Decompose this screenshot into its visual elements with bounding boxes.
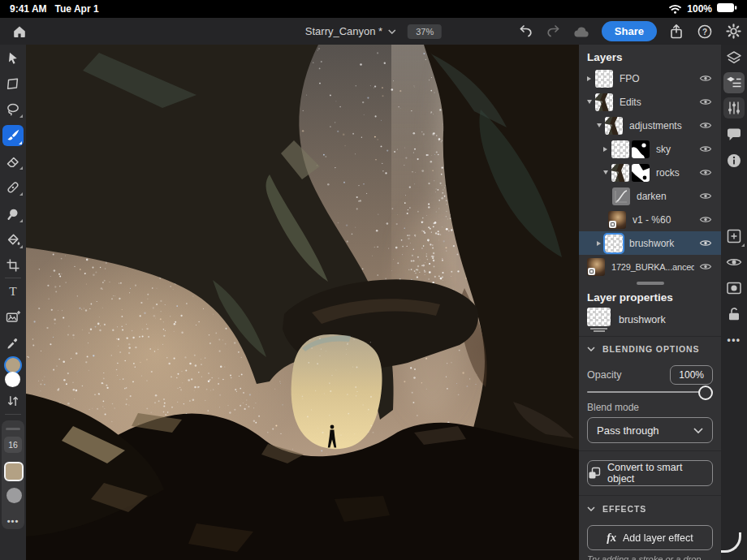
layer-thumbnail: [608, 211, 626, 229]
visibility-eye-icon[interactable]: [699, 144, 713, 153]
eraser-tool[interactable]: [0, 150, 26, 173]
opacity-slider[interactable]: [587, 386, 713, 398]
crop-tool[interactable]: [0, 254, 26, 277]
layers-panel-title: Layers: [587, 51, 713, 65]
undo-button[interactable]: [516, 23, 534, 41]
layer-visibility-button[interactable]: [723, 252, 745, 273]
visibility-eye-icon[interactable]: [699, 262, 713, 271]
layers-panel: Layers FPO Edits adjustments sky: [579, 45, 721, 560]
share-button[interactable]: Share: [602, 21, 657, 41]
eyedropper-tool[interactable]: [0, 332, 26, 355]
layer-row-fpo[interactable]: FPO: [579, 67, 721, 90]
drag-handle[interactable]: [6, 428, 20, 430]
brush-opacity-chip[interactable]: [6, 488, 22, 503]
disclosure-collapsed-icon[interactable]: [597, 241, 605, 246]
lasso-tool[interactable]: [0, 98, 26, 121]
smart-object-badge: [609, 221, 616, 228]
fill-tool[interactable]: [0, 229, 26, 252]
svg-text:?: ?: [702, 27, 707, 36]
blend-mode-select[interactable]: Pass through: [587, 417, 713, 443]
cloud-sync-icon: [573, 23, 591, 41]
selected-layer-summary: brushwork: [587, 308, 713, 332]
add-layer-button[interactable]: [723, 226, 745, 247]
layer-row-edits[interactable]: Edits: [579, 90, 721, 114]
panel-layers-button[interactable]: [723, 48, 745, 69]
selected-layer-thumbnail: [587, 308, 611, 326]
swap-colors-button[interactable]: [0, 390, 26, 412]
more-panel-options[interactable]: •••: [723, 330, 745, 351]
layer-row-rocks[interactable]: rocks: [579, 161, 721, 184]
background-color-chip[interactable]: [5, 372, 20, 387]
visibility-eye-icon[interactable]: [699, 121, 713, 130]
help-button[interactable]: ?: [696, 23, 714, 41]
lock-layer-button[interactable]: [723, 304, 745, 325]
status-bar: 9:41 AM Tue Apr 1 100%: [0, 0, 747, 18]
layer-row-sky[interactable]: sky: [579, 137, 721, 161]
canvas-artwork[interactable]: [26, 45, 579, 560]
visibility-eye-icon[interactable]: [699, 168, 713, 177]
home-button[interactable]: [6, 18, 32, 45]
layer-row-1729[interactable]: 1729_BURKA...anced-NR33: [579, 255, 721, 278]
disclosure-expanded-icon[interactable]: [597, 123, 605, 127]
brush-tool[interactable]: [2, 125, 24, 146]
battery-icon: [717, 3, 737, 15]
disclosure-expanded-icon[interactable]: [603, 170, 611, 174]
layer-properties-title: Layer properties: [587, 291, 713, 304]
layer-row-darken[interactable]: darken: [579, 184, 721, 208]
chevron-down-icon: [587, 506, 595, 511]
add-layer-effect-button[interactable]: fx Add layer effect: [587, 525, 713, 550]
visibility-eye-icon[interactable]: [699, 192, 713, 200]
comments-button[interactable]: [723, 124, 745, 145]
visibility-eye-icon[interactable]: [699, 239, 713, 248]
settings-button[interactable]: [724, 23, 742, 41]
layer-mask-thumbnail: [632, 164, 650, 182]
svg-text:T: T: [9, 284, 17, 298]
date: Tue Apr 1: [55, 3, 99, 15]
info-button[interactable]: [723, 150, 745, 171]
disclosure-expanded-icon[interactable]: [587, 100, 595, 104]
type-tool[interactable]: T: [0, 280, 26, 303]
layer-thumbnail: [611, 164, 629, 182]
opacity-label: Opacity: [587, 369, 621, 381]
place-photo-tool[interactable]: [0, 306, 26, 329]
healing-brush-tool[interactable]: [0, 176, 26, 199]
effects-hint-text: Try adding a stroke or a drop shadow.: [587, 554, 713, 560]
zoom-badge[interactable]: 37%: [408, 24, 442, 39]
more-tool-options[interactable]: •••: [2, 516, 24, 526]
layer-mask-thumbnail: [632, 140, 650, 158]
layer-row-brushwork-selected[interactable]: brushwork: [579, 231, 721, 255]
disclosure-collapsed-icon[interactable]: [587, 76, 595, 81]
redo-button[interactable]: [545, 23, 563, 41]
export-button[interactable]: [667, 23, 685, 41]
transform-tool[interactable]: [0, 72, 26, 95]
slider-knob[interactable]: [698, 386, 713, 400]
blending-options-header[interactable]: BLENDING OPTIONS: [587, 342, 713, 356]
chevron-down-icon: [388, 29, 396, 34]
disclosure-collapsed-icon[interactable]: [603, 147, 611, 152]
visibility-eye-icon[interactable]: [699, 97, 713, 106]
blend-mode-label: Blend mode: [587, 402, 713, 413]
chevron-down-icon: [693, 428, 703, 433]
move-tool[interactable]: [0, 47, 26, 70]
layer-row-v1[interactable]: v1 - %60: [579, 208, 721, 231]
layer-row-adjustments[interactable]: adjustments: [579, 114, 721, 137]
clone-stamp-tool[interactable]: [0, 203, 26, 226]
brush-color-chip[interactable]: [4, 462, 24, 481]
convert-to-smart-object-button[interactable]: Convert to smart object: [587, 460, 713, 486]
tool-rail: T 16 •••: [0, 45, 26, 560]
brush-size-value[interactable]: 16: [4, 437, 22, 453]
smart-object-badge: [588, 268, 595, 275]
document-title[interactable]: Starry_Canyon *: [305, 25, 396, 37]
panel-adjustments-button[interactable]: [723, 97, 745, 118]
adjustment-curves-thumbnail: [612, 187, 630, 205]
visibility-eye-icon[interactable]: [699, 215, 713, 224]
clock: 9:41 AM: [10, 3, 47, 15]
effects-header[interactable]: EFFECTS: [587, 502, 713, 516]
layer-mask-button[interactable]: [723, 278, 745, 299]
selected-layer-name: brushwork: [619, 314, 666, 325]
visibility-eye-icon[interactable]: [699, 74, 713, 83]
panel-resize-handle[interactable]: [637, 282, 664, 285]
layer-thumbnail: [611, 140, 629, 158]
panel-properties-button[interactable]: [723, 72, 745, 93]
opacity-value-box[interactable]: 100%: [670, 365, 713, 385]
